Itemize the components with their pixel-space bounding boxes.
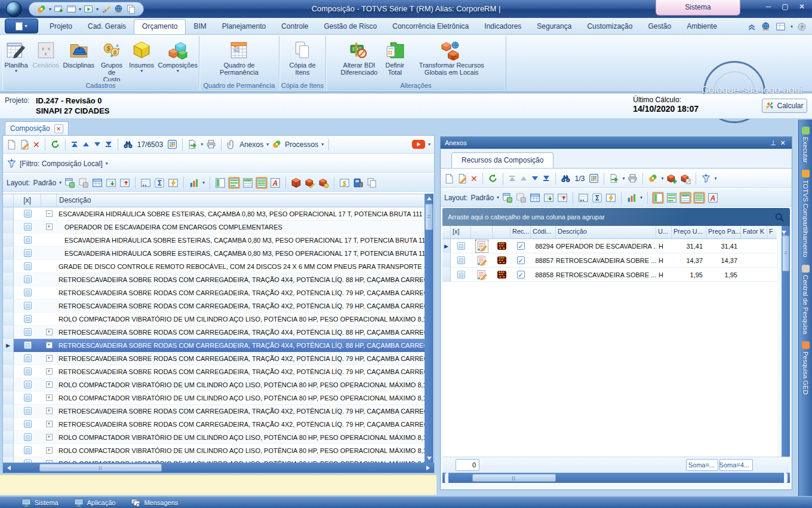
anexos-view3-icon[interactable]: [680, 192, 691, 203]
row-checkbox[interactable]: [24, 236, 32, 244]
menu-tab-or-amento[interactable]: Orçamento: [134, 19, 186, 34]
anexos-export-grid-icon[interactable]: [557, 192, 568, 203]
layout-select[interactable]: Padrão: [33, 179, 56, 187]
row-checkbox[interactable]: [24, 262, 32, 270]
composicao-row-6[interactable]: RETROESCAVADEIRA SOBRE RODAS COM CARREGA…: [3, 273, 425, 286]
sistema-button[interactable]: Sistema: [656, 0, 740, 16]
next-record-icon[interactable]: [93, 142, 102, 146]
print-icon[interactable]: [206, 139, 216, 149]
composicao-row-16[interactable]: +RETROESCAVADEIRA SOBRE RODAS COM CARREG…: [3, 405, 425, 418]
main-menu-button[interactable]: ▾: [5, 19, 38, 33]
row-checkbox[interactable]: [24, 381, 32, 388]
new-record-icon[interactable]: [7, 139, 17, 149]
expand-icon[interactable]: +: [46, 421, 53, 427]
anexos-edit-cell[interactable]: [471, 268, 493, 281]
anexos-fator-k-cell[interactable]: [741, 253, 767, 267]
refresh-icon[interactable]: [50, 139, 60, 149]
abacus-icon[interactable]: [497, 241, 507, 251]
sidebar-item-totvs-compartilhamento[interactable]: TOTVS Compartilhamento: [799, 170, 812, 257]
font-view-icon[interactable]: A: [270, 178, 281, 188]
anexos-edit-cell[interactable]: [471, 253, 493, 267]
composicao-row-5[interactable]: GRADE DE DISCO CONTROLE REMOTO REBOCÁVEL…: [3, 260, 425, 273]
export-icon[interactable]: [187, 139, 198, 149]
menu-tab-cad-gerais[interactable]: Cad. Gerais: [80, 19, 134, 34]
anexos-header-preco-parcial[interactable]: Preço Pa...: [706, 226, 741, 238]
menu-tab-gest-o[interactable]: Gestão: [640, 19, 679, 34]
tab-close-icon[interactable]: ✕: [54, 124, 63, 133]
row-checkbox[interactable]: [24, 289, 32, 296]
composicao-row-14[interactable]: +ROLO COMPACTADOR VIBRATÓRIO DE UM CILIN…: [3, 378, 425, 391]
header-descricao-column[interactable]: Descrição: [57, 194, 425, 207]
view-mode2-icon[interactable]: [229, 178, 239, 188]
sidebar-item-executar[interactable]: Executar: [799, 127, 812, 163]
abacus-icon[interactable]: [497, 270, 507, 280]
row-descricao[interactable]: ROLO COMPACTADOR VIBRATÓRIO DE UM CILIND…: [57, 457, 425, 463]
anexos-totals-icon[interactable]: [578, 192, 589, 203]
composicao-row-20[interactable]: +ROLO COMPACTADOR VIBRATÓRIO DE UM CILIN…: [3, 457, 425, 463]
row-descricao[interactable]: RETROESCAVADEIRA SOBRE RODAS COM CARREGA…: [57, 326, 425, 339]
row-descricao[interactable]: ESCAVADEIRA HIDRÁULICA SOBRE ESTEIRAS, C…: [57, 207, 425, 221]
tab-recursos-da-composicao[interactable]: Recursos da Composição: [451, 152, 553, 168]
anexos-check-cell[interactable]: [451, 253, 471, 267]
row-checkbox[interactable]: [24, 210, 32, 218]
anexos-processos-icon[interactable]: [648, 173, 658, 183]
vertical-scrollbar[interactable]: [425, 194, 433, 463]
menu-tab-planejamento[interactable]: Planejamento: [214, 19, 273, 34]
row-descricao[interactable]: RETROESCAVADEIRA SOBRE RODAS COM CARREGA…: [57, 418, 425, 431]
anexos-rec-cell[interactable]: ✓: [510, 239, 531, 253]
row-descricao[interactable]: ROLO COMPACTADOR VIBRATÓRIO DE UM CILIND…: [57, 378, 425, 391]
expand-icon[interactable]: +: [46, 355, 53, 362]
row-checkbox[interactable]: [24, 394, 32, 402]
expand-icon[interactable]: +: [46, 447, 53, 454]
anexos-preco-parcial-cell[interactable]: 31,41: [706, 239, 741, 253]
anexos-header-preco-unitario[interactable]: Preço U...: [672, 226, 706, 238]
anexos-check-cell[interactable]: [451, 239, 471, 253]
anexos-row-3[interactable]: ✓88858RETROESCAVADEIRA SOBRE ...H1,951,9…: [442, 268, 777, 282]
edit-note-icon[interactable]: [476, 255, 487, 266]
cube-sand-icon[interactable]: [318, 178, 329, 188]
menu-tab-seguran-a[interactable]: Segurança: [529, 19, 579, 34]
anexos-header-fator-k[interactable]: Fator K: [741, 226, 767, 238]
table-icon[interactable]: [92, 178, 103, 188]
abacus-icon[interactable]: [497, 255, 507, 265]
planilha-button[interactable]: Planilha▾: [2, 38, 30, 74]
anexos-preco-unitario-cell[interactable]: 1,95: [672, 268, 706, 281]
anexos-preco-unitario-cell[interactable]: 14,37: [672, 253, 706, 267]
row-descricao[interactable]: OPERADOR DE ESCAVADEIRA COM ENCARGOS COM…: [57, 221, 425, 234]
row-descricao[interactable]: GRADE DE DISCO CONTROLE REMOTO REBOCÁVEL…: [57, 260, 425, 273]
anexos-descricao-cell[interactable]: OPERADOR DE ESCAVADEIRA ...: [556, 239, 656, 253]
composicao-row-3[interactable]: ESCAVADEIRA HIDRÁULICA SOBRE ESTEIRAS, C…: [3, 234, 425, 247]
menu-tab-gest-o-de-risco[interactable]: Gestão de Risco: [316, 19, 385, 34]
row-descricao[interactable]: RETROESCAVADEIRA SOBRE RODAS COM CARREGA…: [57, 299, 425, 313]
anexos-grid-view-icon[interactable]: [589, 173, 599, 183]
menu-tab-indicadores[interactable]: Indicadores: [476, 19, 529, 34]
row-checkbox[interactable]: [24, 433, 32, 441]
anexos-preco-parcial-cell[interactable]: 1,95: [706, 268, 741, 281]
calcular-button[interactable]: Calcular: [762, 99, 807, 113]
anexos-edit-cell[interactable]: [471, 239, 493, 253]
anexos-codigo-cell[interactable]: 88858: [531, 268, 556, 281]
row-descricao[interactable]: RETROESCAVADEIRA SOBRE RODAS COM CARREGA…: [57, 365, 425, 378]
anexos-fator-k-cell[interactable]: [741, 268, 767, 281]
anexos-header-check[interactable]: [x]: [451, 226, 471, 238]
disciplinas-button[interactable]: Disciplinas: [61, 38, 96, 69]
anexos-abacus-cell[interactable]: [493, 253, 510, 267]
anexos-view1-icon[interactable]: [653, 192, 663, 203]
anexos-row-1[interactable]: ▶✓88294OPERADOR DE ESCAVADEIRA ...H31,41…: [442, 239, 777, 253]
expand-icon[interactable]: +: [46, 408, 53, 414]
anexos-edit-icon[interactable]: [457, 173, 467, 183]
composicao-row-19[interactable]: +ROLO COMPACTADOR VIBRATÓRIO DE UM CILIN…: [3, 444, 425, 457]
group-by-bar[interactable]: Arraste aqui o cabeçalho de uma coluna p…: [442, 208, 790, 226]
video-help-icon[interactable]: [412, 140, 425, 149]
copia-itens-button[interactable]: Cópia de Itens: [287, 38, 318, 76]
anexos-codigo-cell[interactable]: 88857: [531, 253, 556, 267]
anexos-delete-icon[interactable]: ✕: [470, 174, 478, 183]
composicao-row-17[interactable]: +RETROESCAVADEIRA SOBRE RODAS COM CARREG…: [3, 418, 425, 431]
anexos-unidade-cell[interactable]: H: [656, 268, 672, 281]
maximize-button[interactable]: ▢: [780, 2, 791, 11]
recalcular-checkbox[interactable]: ✓: [517, 242, 525, 250]
row-checkbox[interactable]: [24, 446, 32, 454]
anexos-preco-parcial-cell[interactable]: 14,37: [706, 253, 741, 267]
search-icon[interactable]: [123, 139, 133, 149]
view-mode1-icon[interactable]: [215, 178, 226, 188]
